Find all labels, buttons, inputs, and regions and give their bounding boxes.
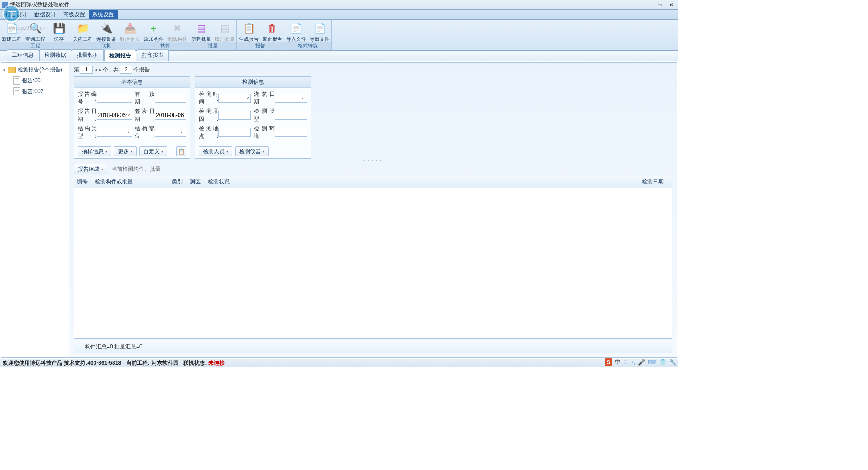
app-title: 博远回弹仪数据处理软件 [10,1,643,9]
detect-place-input[interactable] [218,128,251,137]
ime-moon-icon[interactable]: ☾ [623,359,629,366]
th-component[interactable]: 检测构件或批量 [92,176,169,188]
ribbon-保存[interactable]: 💾保存 [47,20,71,42]
detect-info-panel: 检测信息 检测时间: 浇筑日期: 检测原因: 检测类型: [195,76,311,159]
valid-period-input[interactable] [155,94,186,103]
table-body [74,188,672,338]
ribbon-新建工程[interactable]: 📄新建工程 [0,20,24,42]
ime-mic-icon[interactable]: 🎤 [638,359,645,366]
sample-info-button[interactable]: 抽样信息▾ [78,146,111,156]
menu-system-settings[interactable]: 系统设置 [89,10,118,19]
sign-date-input[interactable] [155,111,186,120]
ime-punct-icon[interactable]: •, [632,359,635,366]
pager-total-input [120,66,132,74]
ribbon-icon: 💾 [52,22,65,35]
tab-print-report[interactable]: 打印报表 [137,49,169,61]
tree-expander-icon[interactable]: ▾ [3,68,8,72]
pager-current-input[interactable] [80,66,93,74]
ribbon-关闭工程[interactable]: 📁关闭工程 [71,20,94,42]
ribbon-icon: 📋 [242,22,255,35]
ribbon-icon: 📄 [313,22,326,35]
detect-time-input[interactable] [218,94,251,103]
ribbon-连接设备[interactable]: 🔌连接设备 [94,20,118,42]
ribbon-删除构件: ✖删除构件 [165,20,189,42]
status-bar: 欢迎您使用博远科技产品 技术支持:400-861-5818 当前工程:河东软件园… [0,359,678,367]
ime-keyboard-icon[interactable]: ⌨ [648,359,656,366]
tab-project-info[interactable]: 工程信息 [7,49,38,61]
close-button[interactable]: ✕ [666,2,676,8]
th-status[interactable]: 检测状况 [205,176,639,188]
ribbon-icon: 📥 [123,22,136,35]
report-tree-sidebar: ▾ 检测报告(2个报告) 报告:001 报告:002 [1,63,69,357]
composition-text: 当前检测构件、批量 [112,165,160,173]
ribbon-添加构件[interactable]: ＋添加构件 [142,20,165,42]
detect-reason-input[interactable] [218,111,251,120]
ribbon-新建批量[interactable]: ▤新建批量 [189,20,213,42]
detect-env-input[interactable] [275,128,307,137]
report-pager: 第 ◂ ▸ 个，共 个报告 [69,63,677,76]
tree-child-2[interactable]: 报告:002 [1,86,69,97]
detect-type-input[interactable] [275,111,307,120]
table-summary: 构件汇总=0 批量汇总=0 [74,341,672,353]
basic-info-panel: 基本信息 报告编号: 有 效 期: 报告日期: 签发日期: [74,76,190,159]
ribbon-icon: ▤ [195,22,208,35]
th-zone[interactable]: 测区 [187,176,205,188]
tree-child-1[interactable]: 报告:001 [1,75,69,86]
th-id[interactable]: 编号 [74,176,92,188]
menu-report-design[interactable]: 报告设计 [2,10,31,19]
ribbon-取消批量: ▤取消批量 [213,20,236,42]
custom-button[interactable]: 自定义▾ [139,146,167,156]
ime-lang[interactable]: 中 [615,358,621,366]
copy-icon-button[interactable]: 📋 [176,146,186,156]
report-date-input[interactable] [97,111,132,120]
components-table: 编号 检测构件或批量 类别 测区 检测状况 检测日期 [74,176,672,339]
pager-next[interactable]: ▸ [98,67,103,72]
detect-device-button[interactable]: 检测仪器▾ [235,146,269,156]
tab-detect-report[interactable]: 检测报告 [104,50,136,61]
struct-type-input[interactable] [97,128,132,137]
th-date[interactable]: 检测日期 [639,176,672,188]
ribbon-icon: 📁 [76,22,89,35]
ribbon-生成报告[interactable]: 📋生成报告 [237,20,260,42]
ribbon-查询工程[interactable]: 🔍查询工程 [24,20,47,42]
ribbon-icon: 📄 [5,22,18,35]
document-icon [13,76,20,85]
ribbon-数据导入: 📥数据导入 [118,20,142,42]
h-splitter[interactable]: • • • • • [69,159,677,162]
menu-bar: 报告设计 数据设计 高级设置 系统设置 [0,10,678,20]
pour-date-input[interactable] [275,94,307,103]
detect-person-button[interactable]: 检测人员▾ [199,146,232,156]
more-button[interactable]: 更多▾ [114,146,137,156]
tab-batch-data[interactable]: 批量数据 [72,49,104,61]
tab-detect-data[interactable]: 检测数据 [39,49,71,61]
folder-icon [8,67,16,73]
pager-prev[interactable]: ◂ [94,67,98,72]
ribbon-icon: ＋ [147,22,160,35]
report-composition-button[interactable]: 报告组成▾ [74,164,107,174]
struct-part-input[interactable] [155,128,186,137]
ribbon-导入文件[interactable]: 📄导入文件 [284,20,308,42]
ribbon-导出文件[interactable]: 📄导出文件 [308,20,331,42]
ribbon-icon: ▤ [218,22,231,35]
ribbon-icon: 🔌 [100,22,113,35]
ime-logo-icon[interactable]: S [605,358,612,366]
ribbon-icon: 📄 [290,22,302,35]
minimize-button[interactable]: — [643,2,653,8]
report-no-input[interactable] [97,94,132,103]
menu-advanced[interactable]: 高级设置 [60,10,89,19]
ribbon-toolbar: 📄新建工程🔍查询工程💾保存工程📁关闭工程🔌连接设备📥数据导入联机＋添加构件✖删除… [0,20,678,51]
document-icon [13,87,20,95]
ime-skin-icon[interactable]: 👕 [659,359,666,366]
maximize-button[interactable]: ▭ [655,2,665,8]
ribbon-icon: 🔍 [29,22,42,35]
app-icon [2,2,8,8]
th-category[interactable]: 类别 [169,176,187,188]
tree-root[interactable]: ▾ 检测报告(2个报告) [1,65,69,75]
ime-toolbar[interactable]: S 中 ☾ •, 🎤 ⌨ 👕 🔧 [605,358,676,366]
title-bar: 博远回弹仪数据处理软件 — ▭ ✕ [0,0,678,10]
ime-settings-icon[interactable]: 🔧 [669,359,676,366]
document-tabs: 工程信息 检测数据 批量数据 检测报告 打印报表 [0,51,678,61]
ribbon-废止报告[interactable]: 🗑废止报告 [260,20,284,42]
ribbon-icon: ✖ [171,22,184,35]
menu-data-design[interactable]: 数据设计 [31,10,60,19]
